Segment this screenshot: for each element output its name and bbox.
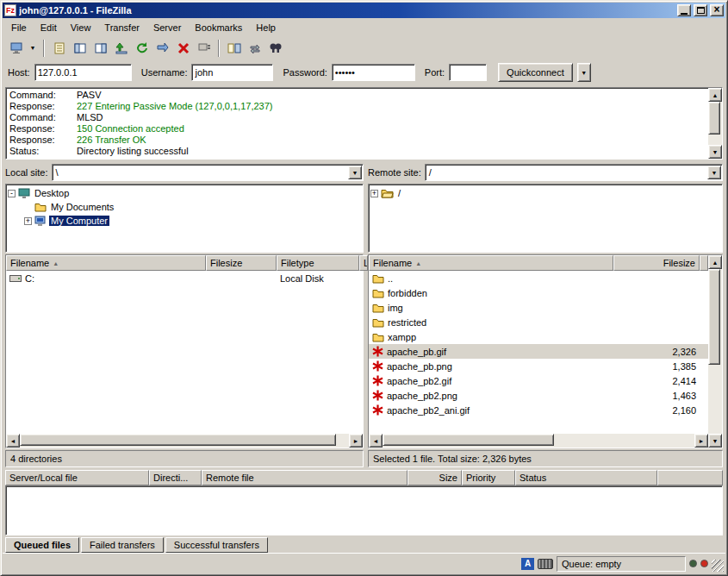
- toggle-message-log-button[interactable]: [49, 39, 69, 58]
- file-row-selected[interactable]: apache_pb.gif 2,326: [369, 344, 708, 359]
- column-header-status[interactable]: Status: [515, 470, 657, 485]
- column-header-priority[interactable]: Priority: [462, 470, 515, 485]
- remote-site-dropdown-button[interactable]: ▼: [707, 166, 721, 179]
- local-site-dropdown-button[interactable]: ▼: [348, 166, 362, 179]
- find-files-button[interactable]: [265, 39, 285, 58]
- remote-vertical-scrollbar[interactable]: ▲ ▼: [708, 255, 722, 448]
- expand-icon[interactable]: +: [24, 217, 32, 225]
- disconnect-button[interactable]: [194, 39, 214, 58]
- scroll-down-icon[interactable]: ▼: [708, 434, 722, 448]
- column-header-filesize[interactable]: Filesize: [206, 255, 277, 271]
- file-row[interactable]: apache_pb2_ani.gif 2,160: [369, 403, 708, 417]
- collapse-icon[interactable]: -: [8, 190, 16, 197]
- tree-item-desktop[interactable]: - Desktop: [8, 186, 361, 200]
- log-scroll-thumb[interactable]: [708, 102, 720, 135]
- file-row[interactable]: apache_pb.png 1,385: [369, 359, 708, 373]
- remote-vscroll-track[interactable]: [708, 269, 722, 434]
- scroll-right-icon[interactable]: ►: [694, 434, 708, 448]
- chevron-down-icon: ▼: [712, 170, 718, 176]
- tree-item-my-computer[interactable]: + My Computer: [8, 214, 361, 228]
- file-row[interactable]: restricted: [369, 315, 708, 329]
- log-vertical-scrollbar[interactable]: ▲ ▼: [708, 88, 722, 159]
- column-header-server-local-file[interactable]: Server/Local file: [5, 470, 149, 485]
- toggle-remote-tree-button[interactable]: [90, 39, 110, 58]
- resize-grip[interactable]: [712, 560, 724, 572]
- directory-comparison-button[interactable]: [224, 39, 244, 58]
- minimize-button[interactable]: [677, 4, 691, 16]
- menu-help[interactable]: Help: [249, 20, 283, 35]
- remote-hscroll-track[interactable]: [383, 434, 694, 448]
- site-manager-button[interactable]: [6, 39, 26, 58]
- local-hscroll-track[interactable]: [20, 434, 349, 448]
- file-panes: Local site: \ ▼ - Desktop My Documents: [3, 161, 725, 467]
- file-row[interactable]: apache_pb2.gif 2,414: [369, 373, 708, 388]
- log-line: Command:PASV: [9, 90, 705, 101]
- menu-transfer[interactable]: Transfer: [97, 20, 146, 35]
- password-input[interactable]: [332, 64, 415, 81]
- column-header-direction[interactable]: Directi...: [149, 470, 202, 485]
- title-bar[interactable]: Fz john@127.0.0.1 - FileZilla ×: [3, 3, 725, 18]
- file-row[interactable]: apache_pb2.png 1,463: [369, 388, 708, 403]
- scroll-up-icon[interactable]: ▲: [708, 255, 722, 269]
- remote-hscroll-thumb[interactable]: [383, 434, 554, 446]
- scroll-left-icon[interactable]: ◄: [6, 434, 20, 448]
- column-header-filesize[interactable]: Filesize: [613, 255, 700, 271]
- file-size: 2,414: [613, 376, 700, 386]
- quickconnect-button[interactable]: Quickconnect: [498, 63, 573, 82]
- remote-horizontal-scrollbar[interactable]: ◄ ►: [369, 434, 708, 448]
- file-row-c-drive[interactable]: C: Local Disk: [6, 271, 363, 285]
- column-header-remote-file[interactable]: Remote file: [202, 470, 408, 485]
- local-site-combobox[interactable]: \ ▼: [52, 164, 364, 181]
- local-hscroll-thumb[interactable]: [20, 434, 336, 446]
- refresh-icon: [135, 41, 149, 55]
- menu-view[interactable]: View: [64, 20, 98, 35]
- scroll-down-icon[interactable]: ▼: [708, 145, 722, 159]
- column-header-filename[interactable]: Filename▲: [369, 255, 613, 271]
- toggle-local-tree-button[interactable]: [70, 39, 90, 58]
- tab-queued-files[interactable]: Queued files: [5, 537, 79, 553]
- menu-edit[interactable]: Edit: [34, 20, 64, 35]
- file-row[interactable]: xampp: [369, 329, 708, 344]
- menu-file[interactable]: File: [4, 20, 34, 35]
- process-queue-button[interactable]: [152, 39, 172, 58]
- file-row[interactable]: img: [369, 300, 708, 315]
- log-line-text: MLSD: [77, 112, 103, 123]
- username-input[interactable]: [191, 64, 273, 81]
- tab-failed-transfers[interactable]: Failed transfers: [81, 537, 164, 553]
- synchronized-browsing-button[interactable]: [245, 39, 264, 58]
- close-icon: ×: [713, 4, 719, 15]
- host-input[interactable]: [34, 64, 132, 81]
- remote-site-combobox[interactable]: / ▼: [425, 164, 723, 181]
- local-horizontal-scrollbar[interactable]: ◄ ►: [6, 434, 363, 448]
- file-name: apache_pb2.gif: [387, 376, 451, 386]
- file-name: ..: [388, 273, 393, 284]
- refresh-button[interactable]: [132, 39, 152, 58]
- menu-bookmarks[interactable]: Bookmarks: [188, 20, 249, 35]
- column-header-filetype[interactable]: Filetype: [277, 255, 359, 271]
- remote-vscroll-thumb[interactable]: [708, 269, 720, 365]
- close-button[interactable]: ×: [710, 4, 724, 16]
- tree-item-my-documents[interactable]: My Documents: [8, 200, 361, 214]
- scroll-left-icon[interactable]: ◄: [369, 434, 383, 448]
- column-header-filename[interactable]: Filename▲: [6, 255, 206, 271]
- scroll-up-icon[interactable]: ▲: [708, 88, 722, 102]
- file-row[interactable]: forbidden: [369, 285, 708, 300]
- tab-successful-transfers[interactable]: Successful transfers: [165, 537, 268, 553]
- send-indicator-icon: [700, 560, 708, 567]
- port-input[interactable]: [449, 64, 487, 81]
- column-header-filler: [657, 470, 723, 485]
- scroll-right-icon[interactable]: ►: [349, 434, 363, 448]
- site-manager-dropdown-button[interactable]: ▼: [27, 39, 39, 58]
- queue-body[interactable]: [5, 485, 723, 535]
- expand-icon[interactable]: +: [370, 190, 378, 197]
- toggle-transfer-queue-button[interactable]: [111, 39, 131, 58]
- tree-item-root[interactable]: + /: [370, 186, 720, 200]
- log-scroll-track[interactable]: [708, 102, 722, 145]
- maximize-button[interactable]: [694, 4, 707, 16]
- column-header-size[interactable]: Size: [408, 470, 462, 485]
- file-row[interactable]: ..: [369, 271, 708, 285]
- open-folder-icon: [381, 188, 394, 198]
- cancel-operation-button[interactable]: [173, 39, 193, 58]
- menu-server[interactable]: Server: [146, 20, 188, 35]
- quickconnect-dropdown-button[interactable]: ▼: [577, 63, 591, 82]
